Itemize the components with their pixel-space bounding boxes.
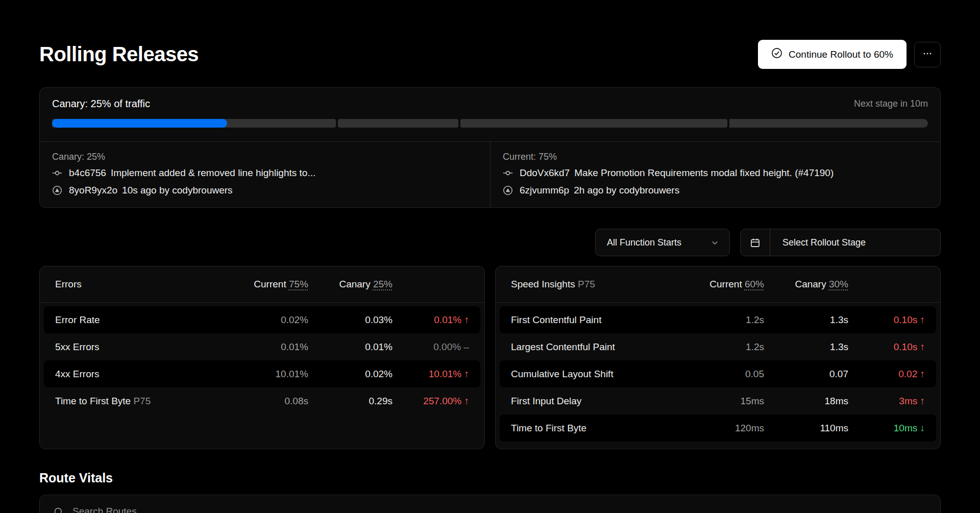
canary-deployment-meta: 10s ago by codybrouwers — [122, 185, 233, 196]
errors-canary-column-header: Canary 25% — [308, 279, 393, 290]
metric-canary-value: 1.3s — [764, 341, 848, 353]
check-circle-icon — [771, 47, 782, 61]
speed-current-pct[interactable]: 60% — [745, 279, 764, 289]
metric-canary-value: 0.03% — [308, 314, 393, 326]
speed-table-header: Speed Insights P75 Current 60% Canary 30… — [496, 266, 940, 303]
current-percent-label: Current: 75% — [503, 149, 928, 164]
table-row: Time to First Byte P75 0.08s 0.29s 257.0… — [44, 387, 480, 414]
git-commit-icon — [503, 168, 513, 178]
metric-current-value: 0.02% — [232, 314, 308, 326]
calendar-icon — [741, 229, 770, 256]
table-row: 4xx Errors 10.01% 0.02% 10.01% ↑ — [44, 360, 480, 387]
more-menu-button[interactable] — [914, 42, 941, 67]
speed-canary-pct[interactable]: 30% — [829, 279, 848, 289]
continue-rollout-label: Continue Rollout to 60% — [789, 49, 893, 60]
metric-label: Error Rate — [55, 314, 232, 326]
speed-table-title: Speed Insights P75 — [511, 279, 688, 290]
metric-label: Cumulative Layout Shift — [511, 369, 688, 380]
current-deployment-column: Current: 75% DdoVx6kd7 Make Promotion Re… — [490, 142, 940, 207]
metric-delta: 0.10s ↑ — [848, 341, 925, 353]
progress-segment — [460, 119, 727, 128]
current-commit-line[interactable]: DdoVx6kd7 Make Promotion Requirements mo… — [503, 164, 928, 182]
metric-canary-value: 0.02% — [308, 369, 393, 380]
table-row: First Input Delay 15ms 18ms 3ms ↑ — [500, 387, 936, 414]
speed-canary-column-header: Canary 30% — [764, 279, 848, 290]
errors-table: Errors Current 75% Canary 25% Error Rate… — [39, 266, 485, 449]
canary-deployment-id: 8yoR9yx2o — [69, 185, 117, 196]
function-starts-dropdown[interactable]: All Function Starts — [595, 229, 730, 256]
speed-insights-table: Speed Insights P75 Current 60% Canary 30… — [495, 266, 941, 449]
metric-current-value: 15ms — [688, 396, 764, 407]
rolling-releases-page: Rolling Releases Continue Rollout to 60%… — [0, 40, 980, 513]
metric-delta: 0.02 ↑ — [848, 369, 925, 380]
metric-current-value: 0.05 — [688, 369, 764, 380]
metric-current-value: 1.2s — [688, 341, 764, 353]
current-commit-hash: DdoVx6kd7 — [520, 167, 570, 179]
canary-deployment-line[interactable]: 8yoR9yx2o 10s ago by codybrouwers — [52, 182, 478, 199]
metric-canary-value: 0.01% — [308, 341, 393, 353]
metric-delta: 3ms ↑ — [848, 396, 925, 407]
progress-fill — [52, 119, 227, 128]
git-commit-icon — [52, 168, 62, 178]
canary-rollout-card: Canary: 25% of traffic Next stage in 10m… — [39, 87, 941, 208]
deployment-comparison: Canary: 25% b4c6756 Implement added & re… — [40, 141, 940, 207]
metric-label: Largest Contentful Paint — [511, 341, 688, 353]
current-deployment-id: 6zjvumm6p — [520, 185, 569, 196]
search-icon — [53, 506, 64, 513]
ellipsis-icon — [922, 48, 933, 60]
current-deployment-meta: 2h ago by codybrouwers — [574, 185, 679, 196]
table-row: 5xx Errors 0.01% 0.01% 0.00% – — [44, 333, 480, 360]
canary-commit-message: Implement added & removed line highlight… — [111, 167, 315, 179]
metric-label: 4xx Errors — [55, 369, 232, 380]
speed-current-column-header: Current 60% — [688, 279, 764, 290]
continue-rollout-button[interactable]: Continue Rollout to 60% — [758, 40, 906, 69]
metric-canary-value: 110ms — [764, 423, 848, 434]
metric-label: First Contentful Paint — [511, 314, 688, 326]
function-starts-label: All Function Starts — [607, 237, 681, 248]
metric-delta: 0.00% – — [393, 341, 469, 353]
search-routes-input[interactable] — [72, 505, 927, 513]
errors-table-body: Error Rate 0.02% 0.03% 0.01% ↑ 5xx Error… — [40, 303, 484, 418]
errors-table-header: Errors Current 75% Canary 25% — [40, 266, 484, 303]
table-row: Largest Contentful Paint 1.2s 1.3s 0.10s… — [500, 333, 936, 360]
metric-current-value: 120ms — [688, 423, 764, 434]
canary-deployment-column: Canary: 25% b4c6756 Implement added & re… — [40, 142, 490, 207]
deployment-icon — [52, 185, 62, 196]
metric-label-suffix: P75 — [133, 396, 151, 406]
topbar: Rolling Releases Continue Rollout to 60% — [39, 40, 941, 69]
rollout-stage-select[interactable]: Select Rollout Stage — [740, 229, 941, 256]
metric-canary-value: 18ms — [764, 396, 848, 407]
metric-canary-value: 0.29s — [308, 396, 393, 407]
metric-delta: 10.01% ↑ — [393, 369, 469, 380]
metric-current-value: 0.01% — [232, 341, 308, 353]
deployment-icon — [503, 185, 513, 196]
current-deployment-line[interactable]: 6zjvumm6p 2h ago by codybrouwers — [503, 182, 928, 199]
metric-label: Time to First Byte P75 — [55, 396, 232, 407]
current-commit-message: Make Promotion Requirements modal fixed … — [574, 167, 834, 179]
canary-traffic-title: Canary: 25% of traffic — [52, 98, 150, 110]
metric-canary-value: 0.07 — [764, 369, 848, 380]
metric-label: Time to First Byte — [511, 423, 688, 434]
canary-commit-line[interactable]: b4c6756 Implement added & removed line h… — [52, 164, 478, 182]
canary-commit-hash: b4c6756 — [69, 167, 106, 179]
table-row: Time to First Byte 120ms 110ms 10ms ↓ — [500, 414, 936, 442]
rollout-stage-label: Select Rollout Stage — [770, 229, 878, 256]
chevron-down-icon — [710, 238, 719, 247]
page-title: Rolling Releases — [39, 43, 199, 66]
errors-current-pct[interactable]: 75% — [289, 279, 308, 289]
metric-delta: 0.10s ↑ — [848, 314, 925, 326]
errors-current-column-header: Current 75% — [232, 279, 308, 290]
route-search-card — [39, 495, 941, 513]
metric-delta: 10ms ↓ — [848, 423, 925, 434]
table-row: First Contentful Paint 1.2s 1.3s 0.10s ↑ — [500, 306, 936, 333]
metric-tables: Errors Current 75% Canary 25% Error Rate… — [39, 266, 941, 449]
progress-segment — [729, 119, 928, 128]
route-vitals-title: Route Vitals — [39, 471, 941, 485]
metric-delta: 257.00% ↑ — [393, 396, 469, 407]
topbar-actions: Continue Rollout to 60% — [758, 40, 941, 69]
speed-table-title-suffix: P75 — [578, 279, 595, 289]
metric-label: First Input Delay — [511, 396, 688, 407]
canary-rollout-header: Canary: 25% of traffic Next stage in 10m — [40, 88, 940, 141]
errors-canary-pct[interactable]: 25% — [373, 279, 393, 289]
next-stage-label: Next stage in 10m — [854, 99, 928, 109]
